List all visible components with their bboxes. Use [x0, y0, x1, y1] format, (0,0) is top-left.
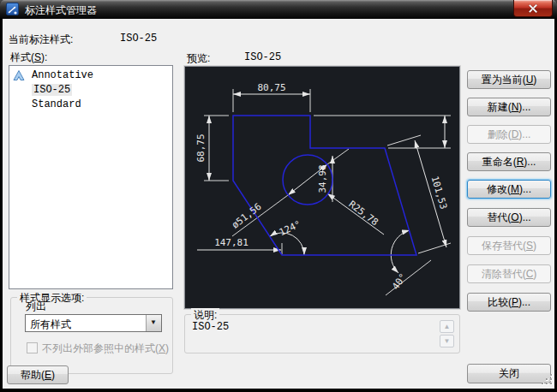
save-override-button: 保存替代(S) — [467, 236, 551, 255]
set-current-button[interactable]: 置为当前(U) — [467, 70, 551, 89]
list-label: 列出 — [26, 300, 46, 314]
description-scroll-down[interactable]: ▼ — [440, 335, 454, 347]
scroll-down-icon: ▼ — [444, 337, 451, 345]
description-text: ISO-25 — [192, 321, 229, 333]
titlebar[interactable]: 标注样式管理器 — [0, 0, 557, 19]
xref-styles-checkbox[interactable] — [27, 342, 38, 353]
close-window-button[interactable] — [513, 0, 553, 17]
help-button[interactable]: 帮助(E) — [7, 365, 69, 384]
description-scroll-up[interactable]: ▲ — [440, 320, 454, 333]
annotative-icon — [13, 70, 25, 81]
combo-arrow-button[interactable]: ▼ — [146, 315, 161, 331]
dim-text-notch: 34,98 — [317, 164, 328, 193]
preview-style-name: ISO-25 — [244, 51, 281, 63]
app-icon — [6, 3, 19, 15]
chevron-down-icon: ▼ — [150, 318, 157, 326]
close-dialog-button[interactable]: 关闭 — [467, 364, 551, 383]
compare-style-button[interactable]: 比较(P)... — [467, 293, 551, 312]
style-item-label: Standard — [32, 98, 81, 110]
preview-drawing: 80,75 68,75 34,98 ø51,56 R25,78 101,53 1… — [185, 67, 459, 308]
xref-styles-checkbox-label: 不列出外部参照中的样式(X) — [42, 342, 169, 356]
dim-text-bottom: 147,81 — [214, 237, 249, 248]
style-item-iso25[interactable]: ISO-25 — [9, 83, 172, 98]
dim-text-diameter: ø51,56 — [230, 201, 263, 231]
current-style-label: 当前标注样式: — [9, 33, 73, 47]
override-style-button[interactable]: 替代(O)... — [467, 208, 551, 227]
clear-override-button: 清除替代(C) — [467, 264, 551, 283]
modify-style-button[interactable]: 修改(M)... — [467, 180, 551, 199]
style-filter-dropdown[interactable]: 所有样式 ▼ — [25, 314, 162, 332]
style-filter-selected-value: 所有样式 — [30, 318, 71, 332]
scroll-up-icon: ▲ — [444, 323, 451, 330]
delete-style-button: 删除(D)... — [467, 125, 551, 144]
preview-label: 预览: — [187, 51, 210, 66]
style-item-label: ISO-25 — [32, 84, 72, 96]
dim-text-aligned: 101,53 — [429, 175, 449, 211]
style-item-standard[interactable]: Standard — [9, 98, 172, 112]
dialog-body: 当前标注样式: ISO-25 样式(S): Annotative ISO-25 … — [3, 19, 554, 389]
dim-text-angle-left: 124° — [278, 218, 303, 238]
style-item-label: Annotative — [32, 69, 93, 81]
dim-text-left: 68,75 — [195, 134, 207, 162]
dim-text-angle-right: 40° — [390, 271, 409, 292]
dim-text-top: 80,75 — [257, 82, 285, 93]
styles-list-label: 样式(S): — [10, 50, 47, 65]
dimension-style-manager-dialog: 标注样式管理器 当前标注样式: ISO-25 样式(S): Annotative… — [0, 0, 557, 392]
description-group: ▲ ▼ — [184, 314, 460, 353]
new-style-button[interactable]: 新建(N)... — [467, 98, 551, 116]
resize-grip[interactable] — [542, 374, 554, 387]
style-preview-canvas: 80,75 68,75 34,98 ø51,56 R25,78 101,53 1… — [184, 66, 460, 309]
dim-text-radius: R25,78 — [346, 199, 380, 228]
current-style-value: ISO-25 — [120, 33, 157, 45]
window-title: 标注样式管理器 — [25, 3, 97, 18]
style-item-annotative[interactable]: Annotative — [9, 68, 172, 83]
styles-listbox[interactable]: Annotative ISO-25 Standard — [9, 65, 173, 289]
rename-style-button[interactable]: 重命名(R)... — [467, 152, 551, 171]
close-icon — [529, 4, 537, 13]
